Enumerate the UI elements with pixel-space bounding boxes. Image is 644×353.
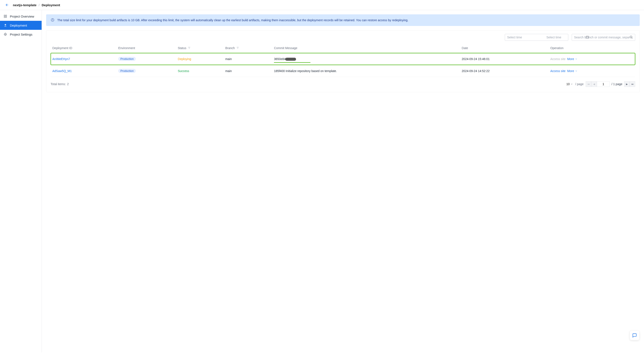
svg-point-4 [5, 34, 6, 35]
col-branch[interactable]: Branch [224, 43, 272, 53]
pager-next[interactable]: ▶ [624, 81, 630, 87]
header: nextjs-template / Deployment [0, 0, 644, 10]
sidebar-item-settings[interactable]: Project Settings [0, 30, 42, 39]
col-date: Date [460, 43, 548, 53]
upload-icon [4, 24, 7, 27]
commit-cell: 185f400 Initialize repository based on t… [272, 65, 460, 77]
chevron-down-icon [570, 83, 573, 85]
dashboard-icon [4, 14, 7, 18]
breadcrumb-page: Deployment [42, 3, 60, 7]
col-commit-message: Commit Message [272, 43, 460, 53]
redacted-bar [285, 58, 296, 61]
svg-rect-0 [4, 15, 5, 16]
info-banner: The total size limit for your deployment… [46, 14, 640, 26]
search-box[interactable] [572, 34, 635, 41]
pager-total: / 1 page [612, 82, 622, 86]
chevron-down-icon [575, 70, 578, 72]
status-text: Deploying [178, 57, 191, 61]
col-operation: Operation [548, 43, 635, 53]
pager-first[interactable]: ⏮ [586, 81, 591, 87]
table-footer: Total items: 2 10 / page ⏮ ◀ / 1 page ▶ [51, 77, 635, 87]
svg-point-7 [52, 19, 52, 19]
commit-cell: 3650e84 [272, 53, 460, 65]
info-icon [51, 18, 54, 22]
per-page-label: / page [575, 82, 584, 86]
pager-last[interactable]: ⏭ [630, 81, 635, 87]
svg-line-13 [632, 38, 632, 38]
col-deployment-id: Deployment ID [51, 43, 116, 53]
gear-icon [4, 32, 7, 36]
branch-cell: main [224, 53, 272, 65]
sidebar-item-overview[interactable]: Project Overview [0, 12, 42, 21]
search-icon [630, 36, 633, 40]
sidebar-item-label: Deployment [10, 24, 27, 27]
breadcrumb-project[interactable]: nextjs-template [13, 3, 36, 7]
chat-icon [632, 333, 637, 338]
deployments-card: Deployment ID Environment Status Branch [46, 30, 640, 92]
access-site-link[interactable]: Access site [550, 69, 566, 73]
status-text: Success [178, 69, 189, 73]
breadcrumb: nextjs-template / Deployment [13, 3, 60, 7]
sidebar-item-deployment[interactable]: Deployment [0, 21, 42, 30]
deployments-table: Deployment ID Environment Status Branch [51, 43, 635, 77]
total-label: Total items: [51, 82, 66, 86]
more-dropdown[interactable]: More [567, 57, 578, 61]
filter-icon[interactable] [188, 46, 190, 50]
date-cell: 2024-09-24 15:46:01 [460, 53, 548, 65]
pager-prev[interactable]: ◀ [591, 81, 597, 87]
main-content: The total size limit for your deployment… [42, 10, 644, 352]
filter-icon[interactable] [236, 46, 239, 50]
col-environment: Environment [116, 43, 176, 53]
page-size-select[interactable]: 10 [566, 82, 573, 86]
table-row: AdSaw5Q_M1ProductionSuccessmain185f400 I… [51, 65, 635, 77]
total-count: 2 [67, 82, 69, 86]
sidebar-item-label: Project Overview [10, 14, 34, 18]
env-badge: Production [118, 69, 136, 73]
deployment-id-link[interactable]: AnIMeEHyn7 [52, 57, 70, 61]
table-toolbar [51, 34, 635, 41]
sidebar-item-label: Project Settings [10, 32, 32, 36]
more-dropdown[interactable]: More [567, 69, 578, 73]
svg-rect-1 [6, 15, 7, 16]
env-badge: Production [118, 57, 136, 61]
breadcrumb-separator: / [38, 3, 40, 7]
date-range-picker[interactable] [505, 34, 568, 41]
svg-rect-2 [4, 16, 5, 18]
date-cell: 2024-09-24 14:52:22 [460, 65, 548, 77]
back-arrow-icon[interactable] [5, 3, 9, 7]
access-site-link: Access site [550, 57, 566, 61]
pager-current[interactable] [597, 81, 610, 87]
chevron-down-icon [575, 58, 578, 60]
search-input[interactable] [574, 36, 630, 39]
date-from-input[interactable] [507, 36, 545, 39]
svg-rect-3 [6, 16, 7, 18]
banner-message: The total size limit for your deployment… [57, 18, 408, 22]
branch-cell: main [224, 65, 272, 77]
col-status[interactable]: Status [176, 43, 224, 53]
deployment-id-link[interactable]: AdSaw5Q_M1 [52, 69, 72, 73]
pager: ⏮ ◀ / 1 page ▶ ⏭ [586, 81, 635, 87]
table-row: AnIMeEHyn7ProductionDeployingmain3650e84… [51, 53, 635, 65]
svg-point-12 [630, 36, 632, 38]
chat-fab[interactable] [630, 331, 639, 340]
sidebar: Project Overview Deployment Project Sett… [0, 10, 42, 352]
